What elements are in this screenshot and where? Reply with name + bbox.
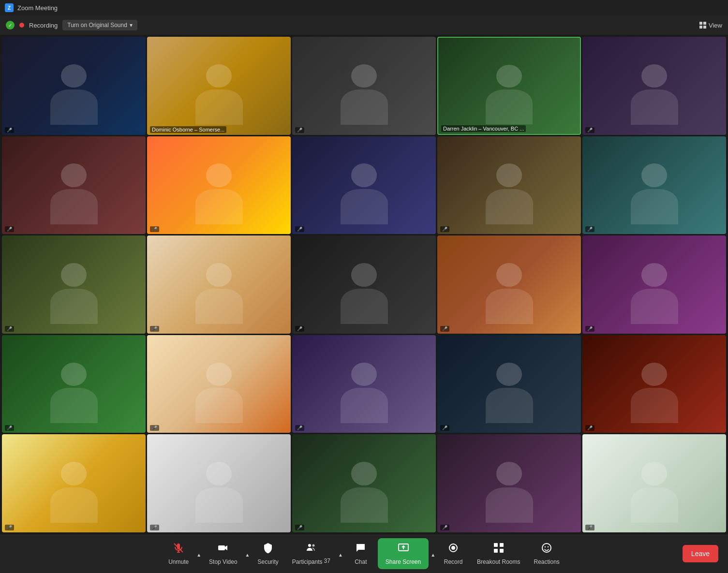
participants-button[interactable]: Participants 37 bbox=[285, 538, 337, 569]
muted-icon-22: 🎤 bbox=[152, 525, 157, 530]
participant-label-19: 🎤 bbox=[440, 425, 449, 431]
muted-icon-20: 🎤 bbox=[587, 426, 593, 430]
participant-label-5: 🎤 bbox=[585, 127, 594, 133]
video-cell-3: 🎤 bbox=[292, 37, 436, 135]
unmute-button[interactable]: Unmute bbox=[162, 538, 195, 569]
security-button[interactable]: Security bbox=[251, 538, 285, 569]
unmute-arrow-button[interactable]: ▲ bbox=[195, 546, 202, 561]
leave-button[interactable]: Leave bbox=[683, 545, 718, 562]
participants-count: 37 bbox=[324, 558, 330, 564]
share-screen-icon bbox=[398, 542, 409, 557]
record-label: Record bbox=[444, 558, 463, 565]
participant-label-18: 🎤 bbox=[295, 425, 304, 431]
participant-label-17: 🎤 bbox=[150, 425, 159, 431]
video-cell-12: 🎤 bbox=[147, 235, 291, 334]
top-toolbar: ✓ Recording Turn on Original Sound ▾ Vie… bbox=[0, 15, 728, 35]
muted-icon-23: 🎤 bbox=[297, 525, 302, 530]
record-icon bbox=[447, 542, 459, 557]
share-screen-group: Share Screen ▲ bbox=[378, 538, 436, 569]
share-screen-chevron-icon: ▲ bbox=[431, 552, 435, 558]
share-screen-button[interactable]: Share Screen bbox=[378, 538, 429, 569]
shield-toolbar-icon bbox=[262, 542, 274, 557]
video-cell-24: 🎤 bbox=[437, 434, 581, 532]
app-title: Zoom Meeting bbox=[17, 4, 58, 12]
video-cell-6: 🎤 bbox=[2, 136, 146, 235]
participant-label-14: 🎤 bbox=[440, 326, 449, 332]
video-icon bbox=[217, 542, 229, 557]
grid-view-icon bbox=[699, 22, 706, 29]
muted-icon-21: 🎤 bbox=[7, 525, 12, 530]
breakout-rooms-button[interactable]: Breakout Rooms bbox=[470, 538, 527, 569]
muted-icon-17: 🎤 bbox=[152, 426, 157, 430]
svg-point-9 bbox=[451, 546, 455, 550]
breakout-rooms-label: Breakout Rooms bbox=[477, 558, 520, 565]
video-cell-16: 🎤 bbox=[2, 335, 146, 433]
participant-label-21: 🎤 bbox=[5, 525, 14, 530]
participant-label-20: 🎤 bbox=[585, 425, 594, 431]
participant-label-1: 🎤 bbox=[5, 127, 14, 133]
participants-label: Participants bbox=[292, 558, 323, 565]
participants-arrow-button[interactable]: ▲ bbox=[337, 546, 344, 561]
svg-rect-4 bbox=[218, 545, 225, 550]
video-arrow-button[interactable]: ▲ bbox=[244, 546, 251, 561]
video-cell-8: 🎤 bbox=[292, 136, 436, 235]
participant-label-3: 🎤 bbox=[295, 127, 304, 133]
stop-video-button[interactable]: Stop Video bbox=[202, 538, 244, 569]
muted-icon-12: 🎤 bbox=[152, 326, 157, 331]
svg-point-5 bbox=[308, 544, 311, 547]
video-cell-10: 🎤 bbox=[582, 136, 726, 235]
muted-icon-6: 🎤 bbox=[7, 227, 12, 232]
participant-label-2: Dominic Osborne – Somerse... bbox=[150, 126, 226, 133]
record-button[interactable]: Record bbox=[436, 538, 470, 569]
participant-label-23: 🎤 bbox=[295, 525, 304, 530]
sound-button-label: Turn on Original Sound bbox=[67, 22, 127, 29]
participant-label-7: 🎤 bbox=[150, 226, 159, 232]
participant-label-6: 🎤 bbox=[5, 226, 14, 232]
view-button[interactable]: View bbox=[699, 22, 722, 29]
svg-rect-11 bbox=[500, 543, 504, 547]
muted-icon-8: 🎤 bbox=[297, 227, 302, 232]
muted-icon-16: 🎤 bbox=[7, 426, 12, 430]
participant-label-4: Darren Jacklin – Vancouver, BC ... bbox=[441, 125, 526, 132]
reactions-button[interactable]: Reactions bbox=[527, 538, 566, 569]
muted-icon-7: 🎤 bbox=[152, 227, 157, 232]
share-screen-arrow-button[interactable]: ▲ bbox=[429, 546, 436, 561]
video-cell-11: 🎤 bbox=[2, 235, 146, 334]
video-chevron-icon: ▲ bbox=[245, 552, 250, 558]
muted-icon-14: 🎤 bbox=[442, 326, 447, 331]
svg-rect-13 bbox=[500, 549, 504, 553]
video-cell-25: 🎤 bbox=[582, 434, 726, 532]
video-cell-19: 🎤 bbox=[437, 335, 581, 433]
chat-icon bbox=[355, 542, 367, 557]
video-cell-1: 🎤 bbox=[2, 37, 146, 135]
participant-label-12: 🎤 bbox=[150, 326, 159, 332]
sound-button[interactable]: Turn on Original Sound ▾ bbox=[62, 20, 137, 30]
participants-group: Participants 37 ▲ bbox=[285, 538, 344, 569]
muted-icon-3: 🎤 bbox=[297, 128, 302, 132]
video-group: Stop Video ▲ bbox=[202, 538, 251, 569]
video-cell-14: 🎤 bbox=[437, 235, 581, 334]
svg-point-15 bbox=[545, 546, 546, 547]
view-button-label: View bbox=[709, 22, 722, 29]
unmute-group: Unmute ▲ bbox=[162, 538, 202, 569]
participant-label-25: 🎤 bbox=[585, 525, 594, 530]
participants-icon bbox=[305, 542, 317, 557]
video-cell-7: 🎤 bbox=[147, 136, 291, 235]
sound-chevron-icon: ▾ bbox=[130, 22, 133, 29]
reactions-label: Reactions bbox=[534, 558, 559, 565]
participant-label-11: 🎤 bbox=[5, 326, 14, 332]
chat-button[interactable]: Chat bbox=[344, 538, 378, 569]
participant-label-16: 🎤 bbox=[5, 425, 14, 431]
reactions-icon bbox=[541, 542, 552, 557]
participant-label-9: 🎤 bbox=[440, 226, 449, 232]
svg-point-14 bbox=[542, 544, 551, 552]
participant-label-13: 🎤 bbox=[295, 326, 304, 332]
participant-name-4: Darren Jacklin – Vancouver, BC ... bbox=[443, 126, 524, 132]
participants-chevron-icon: ▲ bbox=[338, 552, 343, 558]
muted-icon-11: 🎤 bbox=[7, 326, 12, 331]
participant-label-22: 🎤 bbox=[150, 525, 159, 530]
muted-icon-25: 🎤 bbox=[587, 525, 593, 530]
security-label: Security bbox=[257, 558, 278, 565]
svg-rect-12 bbox=[494, 549, 498, 553]
video-cell-9: 🎤 bbox=[437, 136, 581, 235]
